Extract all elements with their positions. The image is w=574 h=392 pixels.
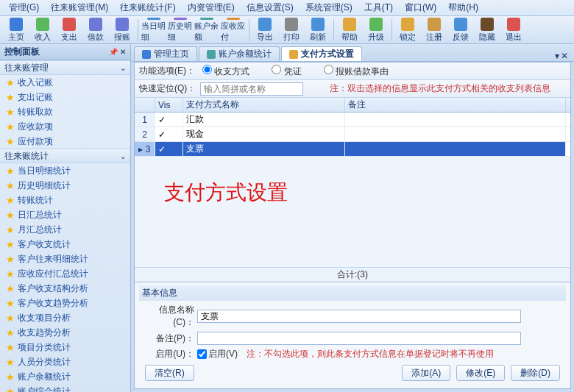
add-button[interactable]: 添加(A) (402, 365, 450, 381)
toolbar-label: 退出 (506, 32, 522, 43)
menubar: 管理(G)往来账管理(M)往来账统计(F)内资管理(E)信息设置(S)系统管理(… (0, 0, 574, 16)
menuitem[interactable]: 工具(T) (358, 0, 399, 15)
radio-input[interactable] (202, 65, 212, 74)
tab-icon (142, 50, 151, 59)
tab-close-icon[interactable]: ✕ (561, 51, 568, 61)
pin-icon[interactable]: 📌 ✕ (109, 48, 126, 56)
quick-input[interactable] (200, 82, 303, 96)
toolbar-支出[interactable]: 支出 (57, 18, 82, 43)
toolbar-历史明细[interactable]: 历史明细 (168, 18, 193, 43)
cell (345, 142, 566, 156)
menuitem[interactable]: 往来账管理(M) (45, 0, 114, 15)
tab-label: 账户余额统计 (219, 48, 272, 60)
radio-input[interactable] (272, 65, 281, 74)
sidebar-item[interactable]: ★支出记账 (0, 90, 130, 104)
menuitem[interactable]: 系统管理(S) (300, 0, 358, 15)
menuitem[interactable]: 往来账统计(F) (114, 0, 181, 15)
tab-管理主页[interactable]: 管理主页 (134, 46, 197, 61)
sidebar-item[interactable]: ★月汇总统计 (0, 222, 130, 237)
radio-收支方式[interactable]: 收支方式 (202, 66, 249, 76)
sidebar-item[interactable]: ★客户收支结构分析 (0, 281, 130, 296)
sidebar-item[interactable]: ★客户往来明细统计 (0, 252, 130, 266)
toolbar-主页[interactable]: 主页 (4, 18, 29, 43)
sidebar-item[interactable]: ★转账统计 (0, 193, 130, 207)
toolbar-账户余额[interactable]: 账户余额 (194, 18, 219, 43)
tab-支付方式设置[interactable]: 支付方式设置 (281, 46, 362, 61)
sidebar-item[interactable]: ★收支趋势分析 (0, 325, 130, 340)
tab-menu-icon[interactable]: ▾ (555, 51, 559, 61)
col-header[interactable]: Vis (155, 98, 183, 112)
name-input[interactable] (197, 310, 521, 323)
sidebar-item-label: 客户收支统计 (18, 238, 71, 251)
toolbar-label: 隐藏 (479, 32, 495, 43)
sidebar-item[interactable]: ★当日明细统计 (0, 163, 130, 178)
accordion-往来账管理[interactable]: 往来账管理⌄ (0, 60, 130, 75)
table-row[interactable]: ▸ 3✓支票 (135, 142, 570, 157)
star-icon: ★ (6, 121, 15, 132)
star-icon: ★ (6, 77, 15, 88)
toolbar-借款[interactable]: 借款 (83, 18, 108, 43)
toolbar-帮助[interactable]: 帮助 (337, 18, 362, 43)
toolbar-当日明细[interactable]: 当日明细 (141, 18, 166, 43)
enable-check[interactable]: 启用(V) (197, 348, 238, 360)
sidebar-item[interactable]: ★收入记账 (0, 75, 130, 90)
sidebar-item[interactable]: ★客户收支统计 (0, 237, 130, 252)
radio-报账借款事由[interactable]: 报账借款事由 (324, 66, 389, 76)
radio-input[interactable] (324, 65, 333, 74)
sidebar-item[interactable]: ★账户余额统计 (0, 369, 130, 384)
note-label: 备注(P)： (139, 332, 194, 345)
star-icon: ★ (6, 371, 15, 382)
enable-checkbox[interactable] (197, 349, 207, 359)
quick-note: 注：双击选择的信息显示此支付方式相关的收支列表信息 (330, 82, 550, 95)
del-button[interactable]: 删除(D) (511, 365, 560, 381)
note-input[interactable] (197, 332, 521, 345)
sidebar-item[interactable]: ★收支项目分析 (0, 310, 130, 325)
menuitem[interactable]: 信息设置(S) (241, 0, 300, 15)
sidebar-item[interactable]: ★账户综合统计 (0, 384, 130, 392)
toolbar-刷新[interactable]: 刷新 (305, 18, 330, 43)
sidebar-item[interactable]: ★应收款项 (0, 119, 130, 134)
col-header[interactable] (135, 98, 155, 112)
cell (345, 113, 566, 126)
table-row[interactable]: 2✓现金 (135, 127, 570, 142)
table-row[interactable]: 1✓汇款 (135, 113, 570, 127)
sidebar-item[interactable]: ★转账取款 (0, 104, 130, 119)
tab-icon (207, 50, 216, 59)
menuitem[interactable]: 帮助(H) (442, 0, 484, 15)
toolbar-打印[interactable]: 打印 (279, 18, 304, 43)
sidebar-item-label: 账户余额统计 (18, 371, 71, 383)
toolbar-反馈[interactable]: 反馈 (448, 18, 473, 43)
menuitem[interactable]: 管理(G) (3, 0, 45, 15)
total-row: 合计:(3) (135, 267, 570, 282)
sidebar-item[interactable]: ★项目分类统计 (0, 340, 130, 354)
导出-icon (258, 18, 272, 31)
col-header[interactable]: 备注 (345, 98, 566, 112)
cell: ✓ (155, 113, 183, 126)
toolbar-导出[interactable]: 导出 (252, 18, 277, 43)
toolbar-注册[interactable]: 注册 (422, 18, 447, 43)
star-icon: ★ (6, 298, 15, 309)
toolbar-隐藏[interactable]: 隐藏 (475, 18, 500, 43)
menuitem[interactable]: 窗口(W) (399, 0, 442, 15)
col-header[interactable]: 支付方式名称 (183, 98, 345, 112)
sidebar-item[interactable]: ★应收应付汇总统计 (0, 266, 130, 281)
sidebar-item[interactable]: ★日汇总统计 (0, 207, 130, 222)
radio-凭证[interactable]: 凭证 (272, 66, 301, 76)
clear-button[interactable]: 清空(R) (145, 365, 194, 381)
toolbar-升级[interactable]: 升级 (364, 18, 389, 43)
sidebar-item[interactable]: ★人员分类统计 (0, 354, 130, 369)
sidebar-item[interactable]: ★客户收支趋势分析 (0, 296, 130, 310)
toolbar-label: 主页 (8, 32, 24, 43)
edit-button[interactable]: 修改(E) (456, 365, 505, 381)
sidebar-item[interactable]: ★历史明细统计 (0, 178, 130, 193)
accordion-往来账统计[interactable]: 往来账统计⌄ (0, 149, 130, 163)
tab-账户余额统计[interactable]: 账户余额统计 (199, 46, 280, 61)
toolbar-锁定[interactable]: 锁定 (395, 18, 420, 43)
toolbar-应收应付[interactable]: 应收应付 (221, 18, 246, 43)
menuitem[interactable]: 内资管理(E) (182, 0, 241, 15)
toolbar-退出[interactable]: 退出 (501, 18, 526, 43)
sidebar-item[interactable]: ★应付款项 (0, 134, 130, 149)
cell: ✓ (155, 142, 183, 156)
toolbar-报账[interactable]: 报账 (110, 18, 135, 43)
toolbar-收入[interactable]: 收入 (30, 18, 55, 43)
